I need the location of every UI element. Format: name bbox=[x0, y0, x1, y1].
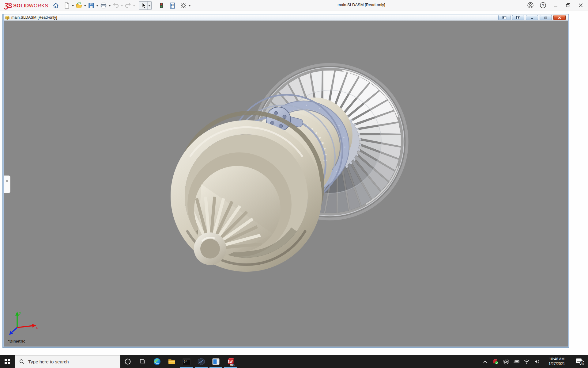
pane-right-button[interactable] bbox=[512, 15, 524, 20]
chevron-up-icon bbox=[483, 360, 487, 363]
task-view-icon bbox=[139, 358, 145, 365]
open-button[interactable] bbox=[75, 2, 83, 10]
search-icon bbox=[19, 359, 24, 364]
help-button[interactable]: ? bbox=[539, 2, 547, 9]
svg-text:SW: SW bbox=[228, 360, 233, 363]
new-document-icon bbox=[63, 2, 70, 9]
taskbar-app-solidworks[interactable]: SW 2021 bbox=[223, 355, 238, 368]
action-center-button[interactable]: 1 bbox=[573, 358, 587, 366]
system-tray: 10:48 AM 1/27/2021 1 bbox=[482, 355, 588, 368]
speaker-icon bbox=[534, 359, 540, 364]
start-button[interactable] bbox=[0, 355, 15, 368]
doc-restore-icon bbox=[544, 16, 548, 19]
open-folder-icon bbox=[75, 2, 83, 9]
windows-taskbar: Type here to search bbox=[0, 355, 588, 368]
doc-minimize-button[interactable] bbox=[526, 15, 538, 20]
document-title: main.SLDASM [Read-only] bbox=[11, 15, 57, 20]
battery-tray-button[interactable] bbox=[513, 358, 519, 365]
document-title-bar[interactable]: main.SLDASM [Read-only] bbox=[4, 14, 568, 21]
view-orientation-label: *Dimetric bbox=[8, 339, 25, 343]
print-icon bbox=[100, 2, 107, 9]
doc-close-icon bbox=[558, 16, 561, 19]
file-properties-button[interactable] bbox=[168, 2, 176, 10]
notification-badge: 1 bbox=[581, 361, 583, 365]
svg-text:y: y bbox=[19, 311, 21, 315]
home-button[interactable] bbox=[51, 2, 60, 10]
solidworks-monitor-tray-button[interactable] bbox=[492, 358, 499, 365]
edge-icon bbox=[153, 358, 161, 366]
taskbar-app-edge[interactable] bbox=[150, 355, 164, 368]
clock-time: 10:48 AM bbox=[545, 357, 569, 362]
app-title-bar: ƷS SOLID WORKS › bbox=[0, 0, 588, 10]
cortana-button[interactable] bbox=[120, 355, 135, 368]
battery-charging-icon bbox=[513, 359, 519, 364]
taskbar-spacer bbox=[238, 355, 482, 368]
rebuild-traffic-light-icon bbox=[158, 2, 165, 9]
new-document-button[interactable] bbox=[62, 2, 71, 10]
options-button[interactable] bbox=[179, 2, 187, 10]
taskbar-app-window[interactable] bbox=[209, 355, 223, 368]
pane-left-button[interactable] bbox=[498, 15, 511, 20]
undo-button[interactable] bbox=[111, 2, 120, 10]
menu-expand-icon[interactable]: › bbox=[40, 3, 42, 7]
open-dropdown[interactable] bbox=[83, 2, 87, 10]
restore-button[interactable] bbox=[564, 2, 572, 9]
feature-manager-collapsed-tab[interactable] bbox=[4, 175, 10, 193]
close-icon bbox=[577, 2, 584, 9]
pane-left-icon bbox=[502, 16, 507, 19]
taskbar-app-file-explorer[interactable] bbox=[164, 355, 179, 368]
gear-icon bbox=[180, 2, 187, 9]
save-button[interactable] bbox=[87, 2, 95, 10]
expand-pane-icon bbox=[6, 180, 8, 182]
minimize-button[interactable] bbox=[552, 2, 559, 9]
select-tool-button[interactable] bbox=[139, 2, 147, 10]
account-button[interactable] bbox=[527, 2, 534, 9]
close-button[interactable] bbox=[577, 2, 584, 9]
wifi-icon bbox=[524, 359, 530, 364]
file-properties-icon bbox=[169, 2, 176, 9]
print-button[interactable] bbox=[99, 2, 107, 10]
app-window-controls: ? bbox=[527, 2, 584, 9]
search-placeholder: Type here to search bbox=[28, 359, 69, 364]
app-window-title: main.SLDASM [Read-only] bbox=[321, 2, 402, 7]
select-dropdown[interactable] bbox=[147, 2, 151, 10]
window-app-icon bbox=[212, 358, 220, 366]
options-dropdown[interactable] bbox=[187, 2, 191, 10]
file-explorer-icon bbox=[168, 358, 176, 366]
quick-access-toolbar bbox=[51, 1, 191, 10]
orientation-triad: y x bbox=[9, 310, 39, 337]
taskbar-app-command-prompt[interactable]: C:\_ bbox=[179, 355, 194, 368]
wifi-tray-button[interactable] bbox=[524, 358, 530, 365]
restore-icon bbox=[565, 2, 571, 9]
taskbar-clock[interactable]: 10:48 AM 1/27/2021 bbox=[545, 357, 569, 366]
doc-close-button[interactable] bbox=[553, 15, 566, 20]
svg-text:2021: 2021 bbox=[230, 364, 235, 366]
redo-dropdown[interactable] bbox=[132, 2, 136, 10]
action-center-icon: 1 bbox=[575, 358, 585, 366]
doc-minimize-icon bbox=[530, 16, 534, 19]
show-hidden-icons-button[interactable] bbox=[482, 358, 488, 365]
hexagon-app-icon bbox=[197, 358, 205, 366]
svg-text:x: x bbox=[36, 326, 38, 329]
save-icon bbox=[88, 2, 95, 9]
new-dropdown[interactable] bbox=[71, 2, 75, 10]
graphics-viewport[interactable]: y x *Dimetric bbox=[4, 21, 568, 347]
doc-restore-button[interactable] bbox=[540, 15, 552, 20]
redo-button[interactable] bbox=[124, 2, 132, 10]
document-window-buttons bbox=[498, 15, 566, 20]
cursor-icon bbox=[140, 2, 147, 9]
save-dropdown[interactable] bbox=[95, 2, 99, 10]
taskbar-app-hexagon[interactable] bbox=[194, 355, 209, 368]
volume-tray-button[interactable] bbox=[534, 358, 540, 365]
print-dropdown[interactable] bbox=[107, 2, 111, 10]
meet-now-tray-button[interactable] bbox=[503, 358, 509, 365]
task-view-button[interactable] bbox=[135, 355, 150, 368]
undo-icon bbox=[112, 2, 119, 9]
rebuild-button[interactable] bbox=[157, 2, 165, 10]
select-tool-group bbox=[139, 1, 152, 10]
undo-dropdown[interactable] bbox=[120, 2, 124, 10]
taskbar-search[interactable]: Type here to search bbox=[15, 355, 120, 368]
solidworks-2021-icon: SW 2021 bbox=[226, 357, 235, 366]
account-icon bbox=[527, 2, 534, 9]
pane-right-icon bbox=[516, 16, 520, 19]
